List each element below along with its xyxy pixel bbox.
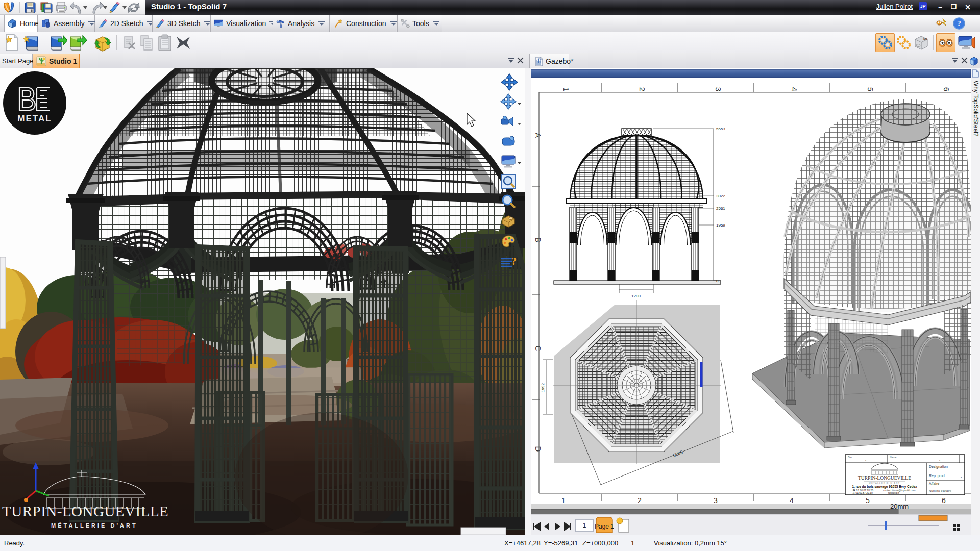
svg-text:1: 1	[583, 522, 586, 529]
svg-text:TURPIN-LONGUEVILLE: TURPIN-LONGUEVILLE	[858, 475, 911, 481]
svg-text:🖨 01.60.87.20.30: 🖨 01.60.87.20.30	[852, 491, 873, 494]
svg-text:Numéro d'affaire: Numéro d'affaire	[929, 489, 952, 492]
svg-text:TURPIN-LONGUEVILLE: TURPIN-LONGUEVILLE	[2, 503, 168, 519]
svg-text:6: 6	[942, 496, 946, 505]
svg-text:Designation: Designation	[929, 465, 948, 469]
svg-text:4: 4	[790, 87, 799, 91]
svg-text:A: A	[534, 133, 543, 138]
svg-text:MÉTALLERIE D'ART: MÉTALLERIE D'ART	[51, 522, 138, 529]
svg-text:MÉTALLERIE D'ART: MÉTALLERIE D'ART	[869, 482, 900, 484]
svg-text:METAL: METAL	[17, 114, 52, 123]
svg-text:5: 5	[866, 87, 875, 91]
svg-text:?: ?	[957, 19, 961, 28]
svg-text:Affaire: Affaire	[929, 482, 939, 485]
svg-text:1: 1	[562, 87, 571, 91]
svg-text:2: 2	[638, 496, 642, 505]
svg-text:Page 1: Page 1	[595, 523, 614, 530]
svg-text:C: C	[534, 346, 543, 352]
svg-text:3022: 3022	[716, 194, 725, 198]
svg-text:Rep. prod: Rep. prod	[929, 474, 945, 478]
svg-text:1992: 1992	[541, 383, 545, 392]
svg-text:D: D	[534, 446, 543, 452]
svg-text:5: 5	[866, 496, 870, 505]
svg-text:3: 3	[714, 496, 718, 505]
svg-text:-: -	[865, 459, 866, 462]
svg-text:MF: MF	[923, 37, 929, 41]
svg-text:5553: 5553	[716, 127, 725, 131]
svg-text:1: 1	[561, 496, 566, 505]
svg-text:-: -	[939, 459, 940, 462]
svg-text:1, rue du bois sauvage 91055 E: 1, rue du bois sauvage 91055 Evry Cedex	[852, 485, 917, 489]
svg-text:1200: 1200	[631, 294, 641, 298]
svg-text:B: B	[534, 237, 543, 242]
svg-text:Name: Name	[890, 456, 897, 459]
svg-text:6: 6	[942, 87, 951, 91]
svg-text:Dte: Dte	[848, 456, 852, 459]
svg-text:3: 3	[714, 87, 723, 91]
svg-text:topsolid.fr: topsolid.fr	[888, 491, 899, 494]
svg-text:0: 0	[716, 279, 719, 283]
svg-text:?: ?	[511, 256, 517, 267]
svg-text:4: 4	[790, 496, 794, 505]
svg-text:1959: 1959	[716, 223, 725, 228]
svg-text:2561: 2561	[716, 206, 725, 211]
svg-text:2: 2	[638, 87, 647, 91]
svg-text:20mm: 20mm	[890, 503, 909, 510]
